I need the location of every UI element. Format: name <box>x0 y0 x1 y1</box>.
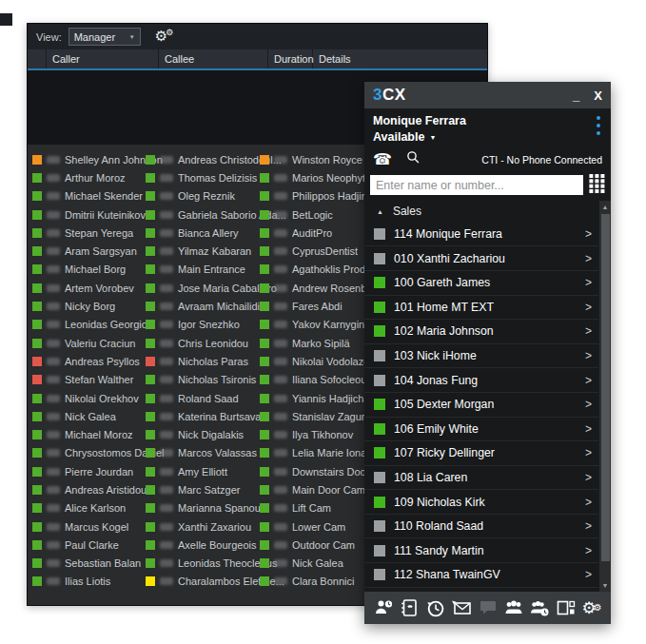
chevron-right-icon[interactable]: > <box>585 301 592 314</box>
scheduled-conference-icon[interactable] <box>529 597 550 618</box>
chevron-right-icon[interactable]: > <box>585 227 592 241</box>
scrollbar[interactable]: ▲ ▼ <box>599 201 611 592</box>
contact-row[interactable]: Artem Vorobev <box>32 279 145 297</box>
contact-row[interactable]: Valeriu Craciun <box>32 334 145 352</box>
contact-row[interactable]: Paul Clarke <box>32 536 145 554</box>
extension-row[interactable]: 109 Nicholas Kirk > <box>364 490 598 515</box>
contact-row[interactable]: Stefan Walther <box>32 371 145 389</box>
header-details[interactable]: Details <box>313 49 487 68</box>
contact-row[interactable]: Sebastian Balan <box>32 555 145 573</box>
chevron-right-icon[interactable]: > <box>585 496 592 509</box>
close-button[interactable]: X <box>594 89 602 102</box>
contact-row[interactable]: Charalambos Elefthe... <box>146 573 258 591</box>
contacts-icon[interactable] <box>399 597 420 618</box>
contact-row[interactable]: Michael Skender <box>32 187 145 205</box>
chevron-right-icon[interactable]: > <box>585 374 592 387</box>
contact-row[interactable]: Andreas Psyllos <box>32 352 145 370</box>
voicemail-icon[interactable] <box>451 597 472 618</box>
contact-row[interactable]: Nicky Borg <box>32 297 145 315</box>
switch-view-icon[interactable] <box>556 597 577 618</box>
contact-row[interactable]: Amy Elliott <box>146 462 258 480</box>
extension-row[interactable]: 108 Lia Caren > <box>364 466 598 491</box>
settings-gears-icon[interactable]: ⚙⚙ <box>155 29 174 44</box>
contact-row[interactable]: Marcos Valassas <box>146 444 258 462</box>
contact-row[interactable]: Igor Snezhko <box>146 316 258 334</box>
extension-row[interactable]: 111 Sandy Martin > <box>364 538 598 563</box>
view-dropdown[interactable]: Manager ▼ <box>69 28 141 46</box>
chevron-right-icon[interactable]: > <box>585 276 592 289</box>
contact-row[interactable]: Lift Cam <box>260 499 372 517</box>
contact-row[interactable]: Dmitrii Kuteinikov <box>32 205 145 224</box>
chevron-right-icon[interactable]: > <box>585 398 592 411</box>
phone-icon[interactable]: ☎ <box>373 152 392 167</box>
contact-row[interactable]: Lelia Marie Iona <box>260 444 372 462</box>
contact-row[interactable]: Marios Neophytou <box>260 168 372 186</box>
contact-row[interactable]: Nicholas Tsironis <box>146 371 258 389</box>
chevron-right-icon[interactable]: > <box>585 252 592 265</box>
contact-row[interactable]: Iliana Sofocleous <box>260 371 372 389</box>
contact-row[interactable]: Stepan Yerega <box>32 224 145 242</box>
contact-row[interactable]: Marcus Kogel <box>32 517 145 536</box>
contact-row[interactable]: Nick Galea <box>32 407 145 425</box>
contact-row[interactable]: Ilias Liotis <box>32 573 145 591</box>
extension-row[interactable]: 100 Gareth James > <box>364 271 598 296</box>
contact-row[interactable]: Yilmaz Kabaran <box>146 242 258 260</box>
contact-row[interactable]: Outdoor Cam <box>260 536 372 554</box>
scrollbar-thumb[interactable] <box>601 214 610 561</box>
contact-row[interactable]: Nikolai Vodolazov <box>260 352 372 370</box>
contact-row[interactable]: Lower Cam <box>260 517 372 536</box>
contact-row[interactable]: Ilya Tikhonov <box>260 425 372 443</box>
kebab-menu-icon[interactable] <box>597 113 602 146</box>
contact-row[interactable]: Yiannis Hadjicharala... <box>260 389 372 407</box>
contact-row[interactable]: Marianna Spanou <box>146 499 258 517</box>
contact-row[interactable]: Clara Bonnici <box>260 573 372 591</box>
contact-row[interactable]: Fares Abdi <box>260 297 372 315</box>
contact-row[interactable]: Main Door Cam <box>260 480 372 498</box>
extension-row[interactable]: 101 Home MT EXT > <box>364 296 598 321</box>
contact-row[interactable]: Arthur Moroz <box>32 168 145 186</box>
contact-row[interactable]: Chrysostomos Daniel <box>32 444 145 462</box>
extension-row[interactable]: 010 Xanthi Zachariou > <box>364 246 598 271</box>
contact-row[interactable]: Leonidas Georgiou <box>32 316 145 334</box>
contact-row[interactable]: Thomas Delizisis <box>146 168 258 186</box>
contact-row[interactable]: Xanthi Zaxariou <box>146 517 258 536</box>
contact-row[interactable]: Gabriela Saborio Ada... <box>146 205 258 224</box>
chevron-right-icon[interactable]: > <box>585 519 592 533</box>
chevron-right-icon[interactable]: > <box>585 446 592 459</box>
chevron-right-icon[interactable]: > <box>585 568 592 581</box>
scroll-down-icon[interactable]: ▼ <box>599 582 611 589</box>
contact-row[interactable]: Aram Sargsyan <box>32 242 145 260</box>
extension-row[interactable]: 113 Kurt Seiner > <box>364 588 598 592</box>
dialpad-icon[interactable] <box>589 174 605 197</box>
extension-row[interactable]: 103 Nick iHome > <box>364 344 598 369</box>
chevron-right-icon[interactable]: > <box>585 349 592 362</box>
contact-row[interactable]: Oleg Reznik <box>146 187 258 205</box>
contact-row[interactable]: Chris Leonidou <box>146 334 258 352</box>
call-history-icon[interactable] <box>425 597 446 618</box>
contact-row[interactable]: Michael Moroz <box>32 425 145 443</box>
chevron-right-icon[interactable]: > <box>585 324 592 338</box>
contact-row[interactable]: Katerina Burtsava <box>146 407 258 425</box>
extension-row[interactable]: 110 Roland Saad > <box>364 515 598 539</box>
contact-row[interactable]: Andreas Aristidou <box>32 480 145 498</box>
scroll-up-icon[interactable]: ▲ <box>599 204 611 210</box>
contact-row[interactable]: Main Entrance <box>146 261 258 279</box>
header-callee[interactable]: Callee <box>159 49 268 68</box>
header-caller[interactable]: Caller <box>47 49 159 68</box>
extension-row[interactable]: 102 Maria Johnson > <box>364 320 598 344</box>
contact-row[interactable]: Marko Sipilä <box>260 334 372 352</box>
contact-row[interactable]: Avraam Michailidis <box>146 297 258 315</box>
contact-row[interactable]: Bianca Allery <box>146 224 258 242</box>
conference-icon[interactable] <box>503 597 524 618</box>
minimize-button[interactable]: _ <box>573 89 579 102</box>
contact-row[interactable]: Michael Borg <box>32 261 145 279</box>
chat-icon[interactable] <box>478 597 499 618</box>
contact-row[interactable]: Nick Digalakis <box>146 425 258 443</box>
chevron-right-icon[interactable]: > <box>585 422 592 436</box>
contact-row[interactable]: AuditPro <box>260 224 372 242</box>
search-input[interactable] <box>370 175 583 195</box>
contact-row[interactable]: Shelley Ann Johnson <box>32 150 145 168</box>
contact-row[interactable]: Stanislav Zagurskiy <box>260 407 372 425</box>
contact-row[interactable]: Nikolai Orekhov <box>32 389 145 407</box>
chevron-right-icon[interactable]: > <box>585 471 592 484</box>
